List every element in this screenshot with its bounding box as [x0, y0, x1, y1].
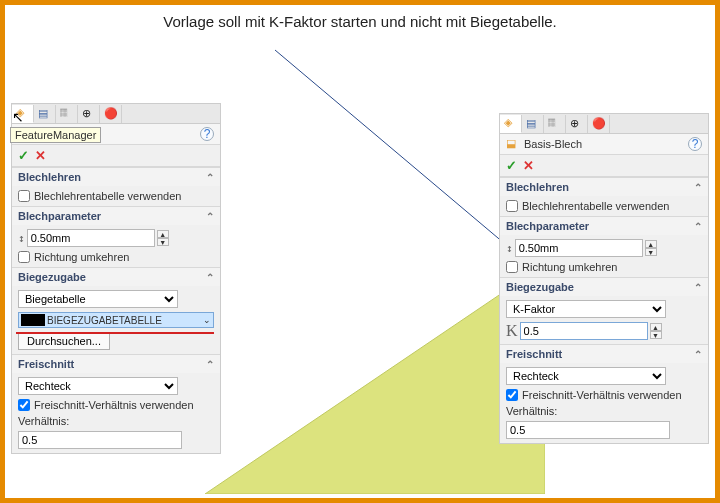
kfactor-spinner[interactable]: ▲▼ — [650, 323, 662, 339]
chevron-down-icon: ⌄ — [203, 315, 211, 325]
appearance-icon: 🔴 — [104, 107, 118, 121]
chevron-up-icon: ⌃ — [206, 359, 214, 370]
config-icon: 𝄜 — [60, 107, 74, 121]
cancel-icon[interactable]: ✕ — [35, 148, 46, 163]
ratio-label: Verhältnis: — [18, 415, 214, 427]
checkbox-label: Freischnitt-Verhältnis verwenden — [522, 389, 682, 401]
checkbox-relief-ratio[interactable]: Freischnitt-Verhältnis verwenden — [506, 389, 702, 401]
tooltip-featuremanager: FeatureManager — [10, 127, 101, 143]
section-header-freischnitt[interactable]: Freischnitt ⌃ — [500, 345, 708, 363]
tab-configmanager[interactable]: 𝄜 — [544, 115, 566, 133]
relief-shape-select[interactable]: Rechteck — [18, 377, 178, 395]
tabbar: ◈ ▤ 𝄜 ⊕ 🔴 — [500, 114, 708, 134]
chevron-up-icon: ⌃ — [206, 272, 214, 283]
section-header-blechlehren[interactable]: Blechlehren ⌃ — [500, 178, 708, 196]
left-property-panel: ◈ ▤ 𝄜 ⊕ 🔴 ? ✓ ✕ Blechlehren ⌃ Blechlehre… — [11, 103, 221, 454]
checkbox-input[interactable] — [18, 251, 30, 263]
yellow-triangle-graphic — [205, 264, 545, 494]
checkbox-label: Blechlehrentabelle verwenden — [522, 200, 669, 212]
checkbox-label: Freischnitt-Verhältnis verwenden — [34, 399, 194, 411]
section-header-blechparameter[interactable]: Blechparameter ⌃ — [500, 217, 708, 235]
chevron-up-icon: ⌃ — [206, 172, 214, 183]
section-header-blechlehren[interactable]: Blechlehren ⌃ — [12, 168, 220, 186]
red-annotation-line — [16, 332, 214, 334]
bend-method-select[interactable]: Biegetabelle — [18, 290, 178, 308]
cancel-icon[interactable]: ✕ — [523, 158, 534, 173]
section-header-biegezugabe[interactable]: Biegezugabe ⌃ — [500, 278, 708, 296]
tab-propertymanager[interactable]: ▤ — [34, 105, 56, 123]
ratio-input[interactable] — [506, 421, 670, 439]
browse-button[interactable]: Durchsuchen... — [18, 332, 110, 350]
dimxpert-icon: ⊕ — [570, 117, 584, 131]
ratio-label: Verhältnis: — [506, 405, 702, 417]
checkbox-input[interactable] — [506, 389, 518, 401]
section-header-biegezugabe[interactable]: Biegezugabe ⌃ — [12, 268, 220, 286]
kfactor-input[interactable] — [520, 322, 648, 340]
chevron-up-icon: ⌃ — [694, 182, 702, 193]
bend-table-row[interactable]: BIEGEZUGABETABELLE ⌄ — [18, 312, 214, 328]
section-title: Biegezugabe — [18, 271, 86, 283]
caption-text: Vorlage soll mit K-Faktor starten und ni… — [5, 5, 715, 44]
thickness-icon: ↕ — [506, 242, 513, 255]
tab-appearance[interactable]: 🔴 — [588, 115, 610, 133]
ok-cancel-row: ✓ ✕ — [12, 145, 220, 167]
checkbox-input[interactable] — [18, 399, 30, 411]
checkbox-input[interactable] — [506, 200, 518, 212]
chevron-up-icon: ⌃ — [694, 282, 702, 293]
checkbox-label: Richtung umkehren — [34, 251, 129, 263]
feature-tree-icon: ◈ — [504, 116, 518, 130]
checkbox-reverse[interactable]: Richtung umkehren — [18, 251, 214, 263]
help-icon[interactable]: ? — [200, 127, 214, 141]
checkbox-reverse[interactable]: Richtung umkehren — [506, 261, 702, 273]
bend-table-name: BIEGEZUGABETABELLE — [47, 315, 162, 326]
section-title: Freischnitt — [18, 358, 74, 370]
checkbox-relief-ratio[interactable]: Freischnitt-Verhältnis verwenden — [18, 399, 214, 411]
tab-dimxpert[interactable]: ⊕ — [566, 115, 588, 133]
help-icon[interactable]: ? — [688, 137, 702, 151]
thickness-input[interactable] — [27, 229, 155, 247]
section-title: Blechparameter — [506, 220, 589, 232]
thickness-input[interactable] — [515, 239, 643, 257]
appearance-icon: 🔴 — [592, 117, 606, 131]
section-title: Biegezugabe — [506, 281, 574, 293]
mouse-cursor-icon: ↖ — [12, 109, 24, 125]
section-header-blechparameter[interactable]: Blechparameter ⌃ — [12, 207, 220, 225]
config-icon: 𝄜 — [548, 117, 562, 131]
dimxpert-icon: ⊕ — [82, 107, 96, 121]
thickness-icon: ↕ — [18, 232, 25, 245]
checkbox-label: Blechlehrentabelle verwenden — [34, 190, 181, 202]
ok-icon[interactable]: ✓ — [18, 148, 29, 163]
k-factor-icon: K — [506, 322, 518, 340]
chevron-up-icon: ⌃ — [694, 349, 702, 360]
thickness-spinner[interactable]: ▲▼ — [645, 240, 657, 256]
section-title: Blechlehren — [506, 181, 569, 193]
thickness-spinner[interactable]: ▲▼ — [157, 230, 169, 246]
tab-propertymanager[interactable]: ▤ — [522, 115, 544, 133]
table-swatch-icon — [21, 314, 45, 326]
ratio-input[interactable] — [18, 431, 182, 449]
tabbar: ◈ ▤ 𝄜 ⊕ 🔴 — [12, 104, 220, 124]
tab-dimxpert[interactable]: ⊕ — [78, 105, 100, 123]
checkbox-blechlehrentabelle[interactable]: Blechlehrentabelle verwenden — [18, 190, 214, 202]
checkbox-input[interactable] — [506, 261, 518, 273]
property-icon: ▤ — [38, 107, 52, 121]
checkbox-blechlehrentabelle[interactable]: Blechlehrentabelle verwenden — [506, 200, 702, 212]
bend-method-select[interactable]: K-Faktor — [506, 300, 666, 318]
ok-icon[interactable]: ✓ — [506, 158, 517, 173]
section-header-freischnitt[interactable]: Freischnitt ⌃ — [12, 355, 220, 373]
baseflange-icon: ⬓ — [506, 137, 520, 151]
tab-appearance[interactable]: 🔴 — [100, 105, 122, 123]
chevron-up-icon: ⌃ — [694, 221, 702, 232]
checkbox-label: Richtung umkehren — [522, 261, 617, 273]
panel-title: Basis-Blech — [524, 138, 582, 150]
tab-featuremanager[interactable]: ◈ — [500, 115, 522, 133]
tab-configmanager[interactable]: 𝄜 — [56, 105, 78, 123]
property-icon: ▤ — [526, 117, 540, 131]
checkbox-input[interactable] — [18, 190, 30, 202]
right-property-panel: ◈ ▤ 𝄜 ⊕ 🔴 ⬓ Basis-Blech ? ✓ ✕ Blechlehre… — [499, 113, 709, 444]
chevron-up-icon: ⌃ — [206, 211, 214, 222]
ok-cancel-row: ✓ ✕ — [500, 155, 708, 177]
relief-shape-select[interactable]: Rechteck — [506, 367, 666, 385]
section-title: Blechparameter — [18, 210, 101, 222]
svg-marker-1 — [205, 264, 545, 494]
